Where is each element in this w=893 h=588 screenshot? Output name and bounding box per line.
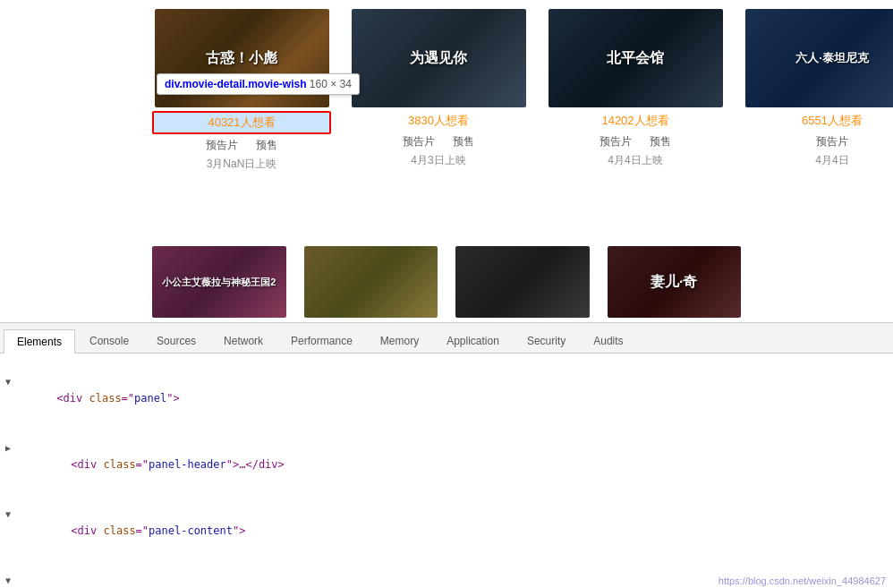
movie-poster-8: 妻儿·奇 <box>608 246 742 318</box>
movie-poster-4: 六人·泰坦尼克 <box>745 9 894 107</box>
action-trailer-4[interactable]: 预告片 <box>816 134 848 149</box>
wish-count-2: 3830人想看 <box>349 111 528 131</box>
action-trailer-2[interactable]: 预告片 <box>403 134 435 149</box>
wish-count-3: 14202人想看 <box>546 111 725 131</box>
code-line-4: ▼ <dl class="movie-list"> <box>0 556 893 588</box>
tab-application[interactable]: Application <box>433 328 513 353</box>
tooltip-element-name: div.movie-detail.movie-wish <box>165 78 306 90</box>
tab-console[interactable]: Console <box>76 328 142 353</box>
tab-elements[interactable]: Elements <box>4 329 75 354</box>
poster-title-5: 小公主艾薇拉与神秘王国2 <box>162 276 276 289</box>
movie-poster-2: 为遇见你 <box>352 9 526 107</box>
devtools-panel: Elements Console Sources Network Perform… <box>0 322 893 588</box>
action-trailer-3[interactable]: 预告片 <box>600 134 632 149</box>
wish-count-4: 6551人想看 <box>743 111 893 131</box>
browser-content: div.movie-detail.movie-wish 古惑！小彪 40321人… <box>0 0 893 322</box>
release-date-1: 3月NaN日上映 <box>207 157 277 172</box>
poster-title-4: 六人·泰坦尼克 <box>795 50 869 66</box>
movie-poster-7 <box>455 246 590 318</box>
tab-sources[interactable]: Sources <box>143 328 209 353</box>
action-presale-3[interactable]: 预售 <box>650 134 671 149</box>
poster-title-8: 妻儿·奇 <box>651 273 697 292</box>
release-date-3: 4月4日上映 <box>608 153 662 168</box>
triangle-icon-2: ▶ <box>5 440 11 456</box>
movie-poster-3: 北平会馆 <box>549 9 723 107</box>
action-presale-1[interactable]: 预售 <box>256 138 277 153</box>
element-tooltip: div.movie-detail.movie-wish <box>157 73 360 95</box>
movie-actions-4: 预告片 <box>816 134 848 149</box>
devtools-tabs: Elements Console Sources Network Perform… <box>0 323 893 354</box>
movie-card-3: 北平会馆 14202人想看 预告片 预售 4月4日上映 <box>546 9 725 168</box>
code-line-3: ▼ <div class="panel-content"> <box>0 490 893 556</box>
movie-poster-5: 小公主艾薇拉与神秘王国2 <box>152 246 286 318</box>
poster-title-3: 北平会馆 <box>607 49 664 68</box>
movie-actions-1: 预告片 预售 <box>206 138 277 153</box>
triangle-icon-4: ▼ <box>5 573 11 588</box>
tab-audits[interactable]: Audits <box>580 328 636 353</box>
poster-title-2: 为遇见你 <box>410 49 467 68</box>
tab-security[interactable]: Security <box>514 328 579 353</box>
tab-memory[interactable]: Memory <box>367 328 432 353</box>
code-line-2: ▶ <div class="panel-header">…</div> <box>0 423 893 490</box>
tab-network[interactable]: Network <box>210 328 276 353</box>
movie-poster-6 <box>304 246 438 318</box>
movie-actions-2: 预告片 预售 <box>403 134 474 149</box>
triangle-icon-1: ▼ <box>5 374 11 390</box>
release-date-2: 4月3日上映 <box>411 153 465 168</box>
movie-row-2: 小公主艾薇拉与神秘王国2 妻儿·奇 <box>0 242 893 322</box>
tab-performance[interactable]: Performance <box>277 328 366 353</box>
movie-card-4: 六人·泰坦尼克 6551人想看 预告片 4月4日 <box>743 9 893 168</box>
action-presale-2[interactable]: 预售 <box>453 134 474 149</box>
action-trailer-1[interactable]: 预告片 <box>206 138 238 153</box>
code-line-1: ▼ <div class="panel"> <box>0 357 893 423</box>
triangle-icon-3: ▼ <box>5 507 11 523</box>
poster-title-1: 古惑！小彪 <box>206 49 277 68</box>
release-date-4: 4月4日 <box>815 153 848 168</box>
movie-actions-3: 预告片 预售 <box>600 134 671 149</box>
movie-card-2: 为遇见你 3830人想看 预告片 预售 4月3日上映 <box>349 9 528 168</box>
wish-count-1: 40321人想看 <box>152 111 331 134</box>
devtools-code-panel: ▼ <div class="panel"> ▶ <div class="pane… <box>0 354 893 588</box>
movie-row-1: 古惑！小彪 40321人想看 预告片 预售 3月NaN日上映 为遇见你 3830… <box>0 0 893 242</box>
